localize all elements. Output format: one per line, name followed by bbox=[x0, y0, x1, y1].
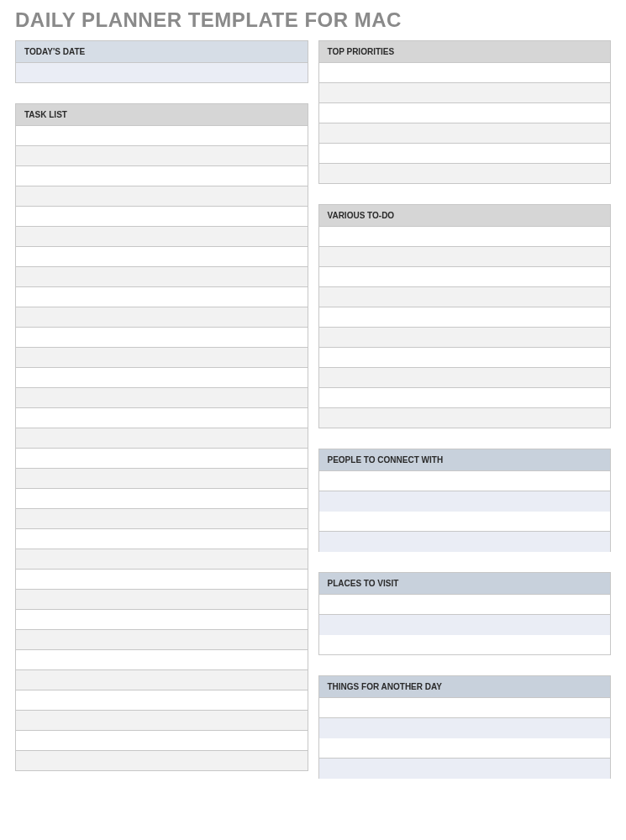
section-various-todo: VARIOUS TO-DO bbox=[318, 204, 612, 428]
input-row[interactable] bbox=[318, 738, 612, 759]
header-people-connect: PEOPLE TO CONNECT WITH bbox=[318, 449, 612, 471]
input-row[interactable] bbox=[15, 287, 308, 307]
input-row[interactable] bbox=[15, 408, 308, 428]
input-row[interactable] bbox=[318, 512, 612, 532]
section-people-connect: PEOPLE TO CONNECT WITH bbox=[318, 449, 612, 552]
input-row[interactable] bbox=[318, 532, 612, 552]
input-row[interactable] bbox=[15, 227, 308, 247]
input-row[interactable] bbox=[15, 267, 308, 287]
input-row[interactable] bbox=[318, 144, 612, 164]
input-row[interactable] bbox=[15, 207, 308, 227]
rows-people-connect bbox=[318, 471, 612, 552]
rows-things-another-day bbox=[318, 698, 612, 779]
input-row[interactable] bbox=[318, 83, 612, 103]
input-row[interactable] bbox=[318, 123, 612, 144]
input-row[interactable] bbox=[15, 126, 308, 146]
section-things-another-day: THINGS FOR ANOTHER DAY bbox=[318, 675, 612, 779]
input-row[interactable] bbox=[15, 63, 308, 83]
input-row[interactable] bbox=[15, 146, 308, 166]
input-row[interactable] bbox=[15, 570, 308, 590]
input-row[interactable] bbox=[15, 469, 308, 489]
input-row[interactable] bbox=[318, 595, 612, 615]
input-row[interactable] bbox=[318, 698, 612, 718]
input-row[interactable] bbox=[318, 164, 612, 184]
section-places-visit: PLACES TO VISIT bbox=[318, 572, 612, 655]
section-task-list: TASK LIST bbox=[15, 103, 308, 771]
input-row[interactable] bbox=[318, 471, 612, 491]
input-row[interactable] bbox=[318, 227, 612, 247]
section-todays-date: TODAY'S DATE bbox=[15, 40, 308, 83]
input-row[interactable] bbox=[15, 630, 308, 650]
input-row[interactable] bbox=[15, 348, 308, 368]
input-row[interactable] bbox=[318, 491, 612, 512]
input-row[interactable] bbox=[15, 449, 308, 469]
input-row[interactable] bbox=[318, 267, 612, 287]
input-row[interactable] bbox=[318, 718, 612, 738]
input-row[interactable] bbox=[15, 731, 308, 751]
input-row[interactable] bbox=[318, 388, 612, 408]
rows-various-todo bbox=[318, 227, 612, 428]
input-row[interactable] bbox=[15, 247, 308, 267]
input-row[interactable] bbox=[318, 615, 612, 635]
input-row[interactable] bbox=[318, 328, 612, 348]
layout-columns: TODAY'S DATE TASK LIST TOP PRIORITIES VA… bbox=[15, 40, 611, 799]
input-row[interactable] bbox=[15, 428, 308, 449]
input-row[interactable] bbox=[15, 670, 308, 690]
input-row[interactable] bbox=[15, 388, 308, 408]
input-row[interactable] bbox=[318, 759, 612, 779]
right-column: TOP PRIORITIES VARIOUS TO-DO PEOPLE TO C… bbox=[318, 40, 612, 799]
page-title: DAILY PLANNER TEMPLATE FOR MAC bbox=[15, 8, 611, 32]
input-row[interactable] bbox=[15, 711, 308, 731]
input-row[interactable] bbox=[318, 408, 612, 428]
header-things-another-day: THINGS FOR ANOTHER DAY bbox=[318, 675, 612, 698]
rows-top-priorities bbox=[318, 63, 612, 184]
input-row[interactable] bbox=[15, 307, 308, 328]
rows-places-visit bbox=[318, 595, 612, 655]
header-top-priorities: TOP PRIORITIES bbox=[318, 40, 612, 63]
input-row[interactable] bbox=[15, 328, 308, 348]
input-row[interactable] bbox=[15, 489, 308, 509]
rows-todays-date bbox=[15, 63, 308, 83]
input-row[interactable] bbox=[318, 368, 612, 388]
input-row[interactable] bbox=[15, 186, 308, 207]
header-task-list: TASK LIST bbox=[15, 103, 308, 126]
input-row[interactable] bbox=[318, 247, 612, 267]
section-top-priorities: TOP PRIORITIES bbox=[318, 40, 612, 184]
rows-task-list bbox=[15, 126, 308, 771]
input-row[interactable] bbox=[318, 635, 612, 655]
input-row[interactable] bbox=[15, 529, 308, 549]
input-row[interactable] bbox=[15, 368, 308, 388]
header-places-visit: PLACES TO VISIT bbox=[318, 572, 612, 595]
input-row[interactable] bbox=[15, 166, 308, 186]
input-row[interactable] bbox=[15, 549, 308, 570]
header-various-todo: VARIOUS TO-DO bbox=[318, 204, 612, 227]
input-row[interactable] bbox=[318, 307, 612, 328]
input-row[interactable] bbox=[15, 751, 308, 771]
input-row[interactable] bbox=[15, 610, 308, 630]
input-row[interactable] bbox=[15, 650, 308, 670]
input-row[interactable] bbox=[318, 63, 612, 83]
header-todays-date: TODAY'S DATE bbox=[15, 40, 308, 63]
input-row[interactable] bbox=[15, 690, 308, 711]
left-column: TODAY'S DATE TASK LIST bbox=[15, 40, 308, 799]
input-row[interactable] bbox=[318, 348, 612, 368]
input-row[interactable] bbox=[318, 287, 612, 307]
input-row[interactable] bbox=[318, 103, 612, 123]
input-row[interactable] bbox=[15, 590, 308, 610]
input-row[interactable] bbox=[15, 509, 308, 529]
